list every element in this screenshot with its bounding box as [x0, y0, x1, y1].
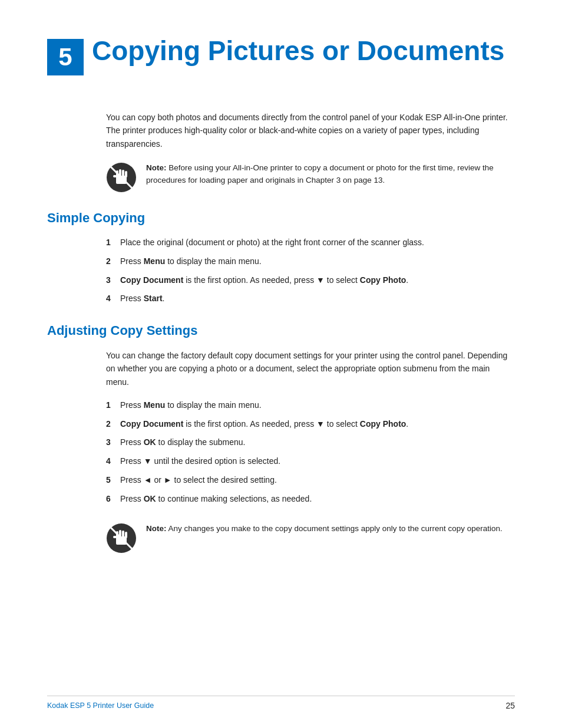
note-block-1: Note: Before using your All-in-One print… [106, 162, 515, 193]
step-content-2s: Press Menu to display the main menu. [120, 255, 515, 268]
step-num-4a: 4 [106, 455, 120, 468]
chapter-header: 5 Copying Pictures or Documents [47, 35, 515, 75]
footer-title: Kodak ESP 5 Printer User Guide [47, 701, 154, 710]
step-content-6a: Press OK to continue making selections, … [120, 493, 515, 506]
step-content-4a: Press ▼ until the desired option is sele… [120, 455, 515, 468]
adjusting-copy-heading: Adjusting Copy Settings [47, 323, 515, 338]
step-content-2a: Copy Document is the first option. As ne… [120, 418, 515, 431]
note-block-2: Note: Any changes you make to the copy d… [106, 523, 515, 554]
step-3-adj: 3 Press OK to display the submenu. [106, 436, 515, 449]
step-6-adj: 6 Press OK to continue making selections… [106, 493, 515, 506]
chapter-number: 5 [47, 39, 84, 75]
step-content-1s: Place the original (document or photo) a… [120, 236, 515, 249]
intro-paragraph: You can copy both photos and documents d… [106, 111, 515, 150]
step-4-adj: 4 Press ▼ until the desired option is se… [106, 455, 515, 468]
step-2-adj: 2 Copy Document is the first option. As … [106, 418, 515, 431]
step-num-6a: 6 [106, 493, 120, 506]
step-num-5a: 5 [106, 474, 120, 487]
step-3-simple: 3 Copy Document is the first option. As … [106, 274, 515, 287]
step-4-simple: 4 Press Start. [106, 292, 515, 305]
hand-stop-icon-2 [106, 523, 137, 554]
note-text-1: Note: Before using your All-in-One print… [146, 162, 515, 187]
step-num-3s: 3 [106, 274, 120, 287]
step-num-4s: 4 [106, 292, 120, 305]
step-num-2a: 2 [106, 418, 120, 431]
page-footer: Kodak ESP 5 Printer User Guide 25 [47, 696, 515, 710]
step-content-3s: Copy Document is the first option. As ne… [120, 274, 515, 287]
step-5-adj: 5 Press ◄ or ► to select the desired set… [106, 474, 515, 487]
svg-rect-6 [113, 175, 117, 177]
note-content-1: Before using your All-in-One printer to … [146, 163, 494, 185]
chapter-title: Copying Pictures or Documents [92, 35, 504, 67]
adjusting-copy-body: You can change the factory default copy … [106, 349, 515, 388]
step-num-2s: 2 [106, 255, 120, 268]
step-content-1a: Press Menu to display the main menu. [120, 399, 515, 412]
simple-copying-steps: 1 Place the original (document or photo)… [106, 236, 515, 305]
adjusting-copy-steps: 1 Press Menu to display the main menu. 2… [106, 399, 515, 505]
note-label-2: Note: [146, 524, 167, 533]
svg-rect-14 [113, 536, 117, 538]
step-content-5a: Press ◄ or ► to select the desired setti… [120, 474, 515, 487]
note-text-2: Note: Any changes you make to the copy d… [146, 523, 503, 535]
svg-rect-13 [125, 532, 127, 538]
step-num-3a: 3 [106, 436, 120, 449]
step-content-3a: Press OK to display the submenu. [120, 436, 515, 449]
step-num-1s: 1 [106, 236, 120, 249]
step-num-1a: 1 [106, 399, 120, 412]
step-1-adj: 1 Press Menu to display the main menu. [106, 399, 515, 412]
page: 5 Copying Pictures or Documents You can … [0, 0, 562, 728]
step-2-simple: 2 Press Menu to display the main menu. [106, 255, 515, 268]
svg-rect-5 [125, 171, 127, 177]
note-content-2: Any changes you make to the copy documen… [167, 524, 503, 533]
hand-stop-icon-1 [106, 162, 137, 193]
note-label-1: Note: [146, 163, 167, 172]
step-1-simple: 1 Place the original (document or photo)… [106, 236, 515, 249]
svg-rect-12 [122, 531, 124, 538]
simple-copying-heading: Simple Copying [47, 210, 515, 226]
svg-rect-4 [122, 170, 124, 177]
page-number: 25 [505, 701, 515, 710]
step-content-4s: Press Start. [120, 292, 515, 305]
